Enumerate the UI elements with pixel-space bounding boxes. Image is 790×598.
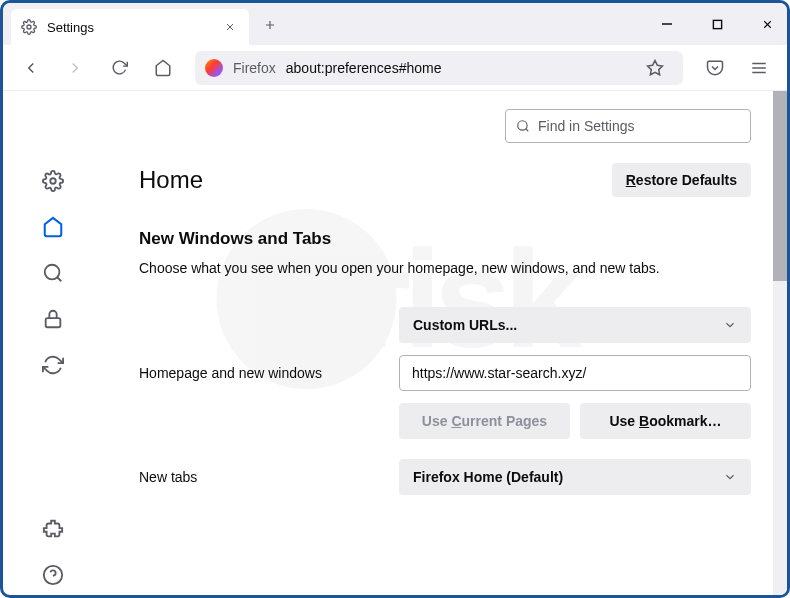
search-input[interactable]: Find in Settings (505, 109, 751, 143)
sidebar-item-general[interactable] (33, 161, 73, 201)
reload-button[interactable] (101, 50, 137, 86)
pocket-button[interactable] (697, 50, 733, 86)
svg-point-19 (518, 121, 527, 130)
maximize-button[interactable] (707, 14, 727, 34)
sidebar-item-extensions[interactable] (33, 509, 73, 549)
use-bookmark-button[interactable]: Use Bookmark… (580, 403, 751, 439)
homepage-label: Homepage and new windows (139, 365, 389, 381)
firefox-icon (205, 59, 223, 77)
svg-point-14 (45, 265, 60, 280)
svg-rect-6 (713, 20, 721, 28)
svg-rect-16 (46, 318, 61, 327)
svg-marker-9 (648, 60, 663, 74)
section-title: New Windows and Tabs (139, 229, 751, 249)
vertical-scrollbar[interactable] (773, 91, 787, 595)
chevron-down-icon (723, 470, 737, 484)
sidebar-item-sync[interactable] (33, 345, 73, 385)
sidebar-item-search[interactable] (33, 253, 73, 293)
svg-line-15 (57, 277, 61, 281)
search-placeholder: Find in Settings (538, 118, 635, 134)
sidebar-item-privacy[interactable] (33, 299, 73, 339)
newtab-button[interactable] (255, 10, 285, 40)
url-prefix: Firefox (233, 60, 276, 76)
dropdown-selected: Custom URLs... (413, 317, 517, 333)
newtabs-dropdown[interactable]: Firefox Home (Default) (399, 459, 751, 495)
main-panel: Find in Settings Home Restore Defaults N… (103, 91, 787, 595)
minimize-button[interactable] (657, 14, 677, 34)
newtabs-label: New tabs (139, 469, 389, 485)
svg-line-20 (526, 129, 529, 132)
toolbar: Firefox about:preferences#home (3, 45, 787, 91)
page-title: Home (139, 166, 203, 194)
homepage-mode-dropdown[interactable]: Custom URLs... (399, 307, 751, 343)
url-path: about:preferences#home (286, 60, 442, 76)
forward-button[interactable] (57, 50, 93, 86)
window-controls (657, 14, 787, 34)
sidebar-item-home[interactable] (33, 207, 73, 247)
chevron-down-icon (723, 318, 737, 332)
content: Find in Settings Home Restore Defaults N… (3, 91, 787, 595)
homepage-url-input[interactable] (399, 355, 751, 391)
gear-icon (21, 19, 37, 35)
section-description: Choose what you see when you open your h… (139, 259, 751, 279)
svg-point-0 (27, 25, 31, 29)
url-bar[interactable]: Firefox about:preferences#home (195, 51, 683, 85)
tab-settings[interactable]: Settings (11, 9, 249, 45)
home-button[interactable] (145, 50, 181, 86)
close-window-button[interactable] (757, 14, 777, 34)
search-icon (516, 119, 530, 133)
svg-point-13 (50, 178, 56, 184)
tab-title: Settings (47, 20, 211, 35)
restore-defaults-button[interactable]: Restore Defaults (612, 163, 751, 197)
sidebar-item-help[interactable] (33, 555, 73, 595)
menu-button[interactable] (741, 50, 777, 86)
back-button[interactable] (13, 50, 49, 86)
use-current-pages-button[interactable]: Use Current Pages (399, 403, 570, 439)
titlebar: Settings (3, 3, 787, 45)
bookmark-star-icon[interactable] (637, 50, 673, 86)
scrollbar-thumb[interactable] (773, 91, 787, 281)
close-icon[interactable] (221, 18, 239, 36)
dropdown-selected: Firefox Home (Default) (413, 469, 563, 485)
sidebar (3, 91, 103, 595)
